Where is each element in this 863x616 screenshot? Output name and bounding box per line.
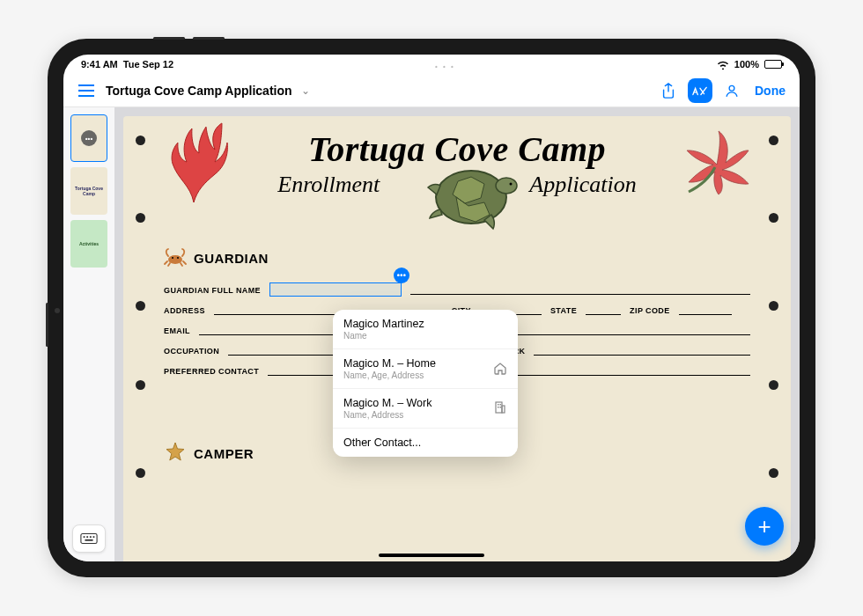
svg-point-15	[177, 257, 179, 259]
page-title: Tortuga Cove Camp	[164, 128, 750, 170]
thumbnail-page-1[interactable]	[70, 114, 107, 162]
status-date: Tue Sep 12	[123, 59, 173, 70]
status-bar: 9:41 AM Tue Sep 12 100%	[63, 55, 800, 74]
svg-rect-20	[498, 407, 499, 408]
svg-rect-21	[500, 407, 502, 408]
label-occupation: OCCUPATION	[164, 347, 219, 356]
battery-icon	[764, 60, 782, 69]
camera-dot	[55, 308, 60, 313]
punch-hole	[769, 213, 778, 223]
starfish-icon	[164, 441, 187, 466]
screen: 9:41 AM Tue Sep 12 100% Tortuga Cove Cam…	[63, 55, 800, 561]
volume-down-hw	[193, 37, 225, 40]
autofill-bubble-icon[interactable]: •••	[394, 268, 409, 283]
autofill-other-contact[interactable]: Other Contact...	[333, 429, 518, 457]
autofill-option-home[interactable]: Magico M. – Home Name, Age, Address	[333, 349, 518, 389]
sidebar-toggle-icon[interactable]	[74, 78, 99, 103]
page: Tortuga Cove Camp Enrollment Application…	[123, 116, 791, 561]
svg-point-14	[172, 257, 173, 259]
svg-rect-6	[86, 536, 88, 538]
chevron-down-icon[interactable]: ⌄	[301, 84, 310, 97]
document-area[interactable]: Tortuga Cove Camp Enrollment Application…	[114, 107, 800, 561]
label-preferred: PREFERRED CONTACT	[164, 367, 259, 376]
volume-up-hw	[153, 37, 185, 40]
punch-hole	[769, 380, 778, 390]
punch-hole	[136, 301, 145, 311]
workplace-input[interactable]	[534, 347, 750, 356]
label-fullname: GUARDIAN FULL NAME	[164, 286, 261, 295]
done-button[interactable]: Done	[751, 84, 789, 98]
punch-hole	[769, 301, 778, 311]
svg-rect-8	[93, 536, 95, 538]
punch-hole	[136, 136, 145, 145]
svg-rect-18	[498, 404, 499, 406]
punch-hole	[136, 380, 145, 390]
share-icon[interactable]	[656, 78, 681, 103]
phone-input[interactable]	[518, 326, 750, 335]
thumbnail-page-2[interactable]: Tortuga Cove Camp	[70, 167, 107, 215]
svg-rect-19	[500, 404, 502, 406]
guardian-fullname-input[interactable]: •••	[269, 282, 402, 297]
guardian-section-heading: GUARDIAN	[164, 247, 750, 269]
label-email: EMAIL	[164, 326, 190, 335]
punch-hole	[136, 468, 145, 478]
autofill-popup: Magico Martinez Name Magico M. – Home Na…	[333, 310, 518, 457]
ipad-frame: 9:41 AM Tue Sep 12 100% Tortuga Cove Cam…	[48, 39, 815, 577]
svg-rect-5	[84, 536, 85, 538]
punch-hole	[136, 213, 145, 223]
thumbnail-page-3[interactable]: Activities	[70, 220, 107, 268]
punch-hole	[769, 468, 778, 478]
svg-rect-9	[85, 539, 92, 541]
building-icon	[493, 400, 507, 417]
crab-icon	[164, 247, 187, 269]
svg-rect-4	[81, 534, 97, 544]
svg-rect-7	[90, 536, 92, 538]
home-icon	[493, 361, 507, 378]
punch-hole	[769, 136, 778, 145]
toolbar: Tortuga Cove Camp Application ⌄ Done	[63, 74, 800, 107]
label-state: STATE	[550, 306, 577, 315]
multitask-dots-icon[interactable]	[435, 56, 455, 71]
battery-pct: 100%	[734, 59, 759, 70]
label-zip: ZIP CODE	[630, 306, 670, 315]
markup-icon[interactable]	[688, 78, 712, 103]
autofill-toolbar-icon[interactable]	[719, 78, 744, 103]
state-input[interactable]	[586, 306, 621, 315]
zip-input[interactable]	[679, 306, 732, 315]
field-line[interactable]	[410, 286, 750, 295]
keyboard-button[interactable]	[72, 524, 106, 553]
status-time: 9:41 AM	[81, 59, 118, 70]
subtitle-enrollment: Enrollment	[277, 172, 380, 198]
home-indicator[interactable]	[379, 554, 484, 557]
label-address: ADDRESS	[164, 306, 205, 315]
autofill-option-work[interactable]: Magico M. – Work Name, Address	[333, 389, 518, 429]
wifi-icon	[717, 60, 729, 70]
subtitle-application: Application	[529, 172, 636, 198]
power-hw	[46, 303, 48, 347]
autofill-option-name[interactable]: Magico Martinez Name	[333, 310, 518, 349]
add-button[interactable]: +	[745, 507, 784, 546]
workspace: Tortuga Cove Camp Activities Tortuga Cov…	[63, 107, 800, 561]
thumbnail-rail: Tortuga Cove Camp Activities	[63, 107, 114, 561]
svg-rect-17	[502, 406, 505, 413]
svg-point-3	[729, 85, 734, 91]
document-title[interactable]: Tortuga Cove Camp Application	[106, 84, 292, 98]
